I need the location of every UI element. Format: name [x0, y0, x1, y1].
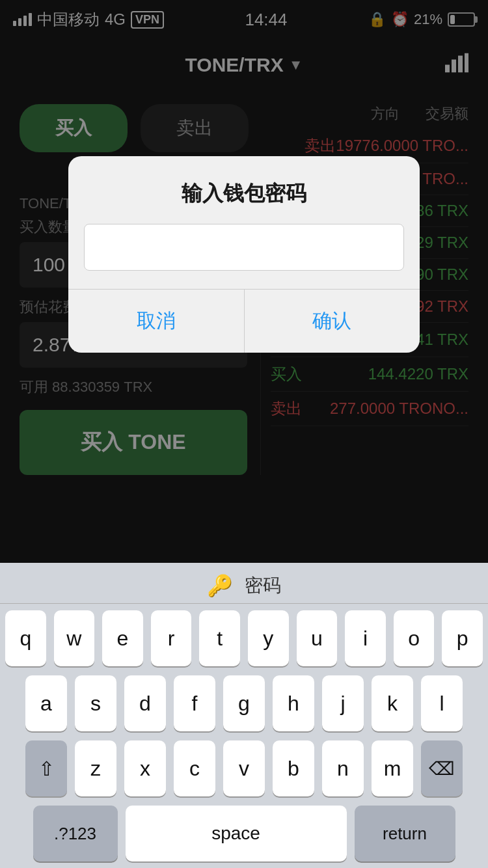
cancel-button[interactable]: 取消 — [68, 290, 245, 353]
keyboard-row-4: .?123 space return — [5, 806, 483, 861]
keyboard-row-2: a s d f g h j k l — [5, 675, 483, 731]
key-m[interactable]: m — [372, 740, 413, 796]
return-key[interactable]: return — [355, 806, 455, 861]
key-r[interactable]: r — [151, 610, 192, 666]
keyboard-row-1: q w e r t y u i o p — [5, 610, 483, 666]
backspace-key[interactable]: ⌫ — [421, 740, 463, 796]
keyboard-header: 🔑 密码 — [0, 563, 488, 604]
key-f[interactable]: f — [174, 675, 215, 731]
key-s[interactable]: s — [75, 675, 116, 731]
dialog-buttons: 取消 确认 — [68, 289, 420, 353]
key-a[interactable]: a — [25, 675, 67, 731]
key-icon: 🔑 — [207, 573, 233, 598]
key-y[interactable]: y — [248, 610, 289, 666]
password-input[interactable] — [84, 224, 404, 271]
key-v[interactable]: v — [223, 740, 265, 796]
key-k[interactable]: k — [372, 675, 413, 731]
key-b[interactable]: b — [273, 740, 314, 796]
dialog-input-wrap — [68, 224, 420, 289]
key-x[interactable]: x — [124, 740, 166, 796]
keyboard: 🔑 密码 q w e r t y u i o p a s d f g h j k… — [0, 563, 488, 868]
shift-icon: ⇧ — [38, 757, 55, 780]
key-i[interactable]: i — [345, 610, 386, 666]
dialog-title: 输入钱包密码 — [68, 156, 420, 224]
wallet-password-dialog: 输入钱包密码 取消 确认 — [68, 156, 420, 353]
key-z[interactable]: z — [75, 740, 116, 796]
key-o[interactable]: o — [394, 610, 435, 666]
keyboard-header-text: 密码 — [245, 573, 281, 598]
backspace-icon: ⌫ — [429, 758, 455, 780]
num-key[interactable]: .?123 — [33, 806, 118, 861]
confirm-button[interactable]: 确认 — [245, 290, 420, 353]
key-l[interactable]: l — [421, 675, 463, 731]
key-q[interactable]: q — [5, 610, 46, 666]
key-n[interactable]: n — [322, 740, 364, 796]
key-t[interactable]: t — [199, 610, 240, 666]
key-c[interactable]: c — [174, 740, 215, 796]
key-j[interactable]: j — [322, 675, 364, 731]
shift-key[interactable]: ⇧ — [25, 740, 67, 796]
key-d[interactable]: d — [124, 675, 166, 731]
key-e[interactable]: e — [102, 610, 143, 666]
key-h[interactable]: h — [273, 675, 314, 731]
key-u[interactable]: u — [297, 610, 338, 666]
key-w[interactable]: w — [54, 610, 95, 666]
key-g[interactable]: g — [223, 675, 265, 731]
space-key[interactable]: space — [126, 806, 347, 861]
keyboard-row-3: ⇧ z x c v b n m ⌫ — [5, 740, 483, 796]
keyboard-rows: q w e r t y u i o p a s d f g h j k l ⇧ — [0, 604, 488, 868]
key-p[interactable]: p — [442, 610, 483, 666]
